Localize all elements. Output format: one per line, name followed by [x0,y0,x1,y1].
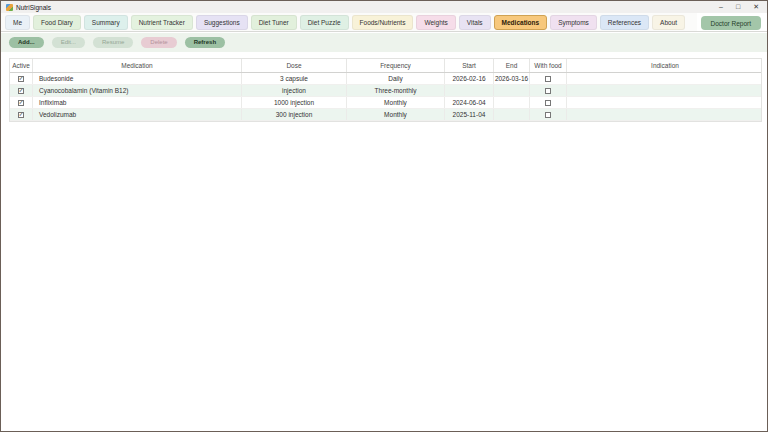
title-bar: NutriSignals – □ ✕ [1,1,767,13]
tab-medications[interactable]: Medications [494,15,548,30]
cell-active: ✓ [10,85,33,96]
cell-frequency: Daily [347,73,445,84]
cell-start [445,85,494,96]
cell-indication [567,73,763,84]
tab-about[interactable]: About [652,15,685,30]
maximize-button[interactable]: □ [736,1,740,13]
cell-with-food [530,85,567,96]
tab-references[interactable]: References [600,15,649,30]
cell-with-food [530,73,567,84]
cell-indication [567,109,763,120]
cell-end [494,109,530,120]
column-header-dose[interactable]: Dose [242,59,347,72]
cell-end: 2026-03-16 [494,73,530,84]
table-row[interactable]: ✓Budesonide3 capsuleDaily2026-02-162026-… [10,73,761,85]
table-body: ✓Budesonide3 capsuleDaily2026-02-162026-… [10,73,761,121]
cell-indication [567,97,763,108]
cell-end [494,97,530,108]
cell-frequency: Three-monthly [347,85,445,96]
medications-table: ActiveMedicationDoseFrequencyStartEndWit… [9,58,762,122]
tab-food-diary[interactable]: Food Diary [33,15,81,30]
cell-active: ✓ [10,73,33,84]
app-window: NutriSignals – □ ✕ MeFood DiarySummaryNu… [0,0,768,432]
cell-medication: Infliximab [33,97,242,108]
tab-diet-puzzle[interactable]: Diet Puzzle [300,15,349,30]
cell-dose: injection [242,85,347,96]
cell-active: ✓ [10,97,33,108]
tab-nutrient-tracker[interactable]: Nutrient Tracker [131,15,193,30]
add-button[interactable]: Add... [9,37,44,48]
window-controls: – □ ✕ [719,1,762,13]
column-header-with-food[interactable]: With food [530,59,567,72]
doctor-report-button[interactable]: Doctor Report [701,16,761,30]
cell-frequency: Monthly [347,97,445,108]
cell-start: 2024-06-04 [445,97,494,108]
column-header-active[interactable]: Active [10,59,33,72]
window-title: NutriSignals [16,4,51,11]
refresh-button[interactable]: Refresh [185,37,225,48]
active-checkbox[interactable]: ✓ [18,76,24,82]
edit-button[interactable]: Edit... [52,37,85,48]
cell-medication: Budesonide [33,73,242,84]
app-icon [6,4,13,11]
with-food-checkbox[interactable] [545,112,551,118]
cell-medication: Vedolizumab [33,109,242,120]
cell-dose: 300 injection [242,109,347,120]
cell-dose: 3 capsule [242,73,347,84]
tab-diet-tuner[interactable]: Diet Tuner [251,15,297,30]
active-checkbox[interactable]: ✓ [18,112,24,118]
column-header-frequency[interactable]: Frequency [347,59,445,72]
with-food-checkbox[interactable] [545,100,551,106]
cell-with-food [530,109,567,120]
tab-vitals[interactable]: Vitals [459,15,491,30]
column-header-start[interactable]: Start [445,59,494,72]
cell-active: ✓ [10,109,33,120]
tab-suggestions[interactable]: Suggestions [196,15,248,30]
tab-symptoms[interactable]: Symptoms [550,15,597,30]
tab-strip-divider [1,31,767,32]
cell-start: 2025-11-04 [445,109,494,120]
column-header-medication[interactable]: Medication [33,59,242,72]
column-header-indication[interactable]: Indication [567,59,763,72]
tab-me[interactable]: Me [5,15,30,30]
cell-indication [567,85,763,96]
cell-frequency: Monthly [347,109,445,120]
cell-dose: 1000 injection [242,97,347,108]
tab-strip: MeFood DiarySummaryNutrient TrackerSugge… [1,13,697,32]
cell-with-food [530,97,567,108]
tab-foods-nutrients[interactable]: Foods/Nutrients [352,15,414,30]
column-header-end[interactable]: End [494,59,530,72]
active-checkbox[interactable]: ✓ [18,88,24,94]
toolbar: Add...Edit...ResumeDeleteRefresh [1,33,767,52]
table-row[interactable]: ✓Infliximab1000 injectionMonthly2024-06-… [10,97,761,109]
tab-summary[interactable]: Summary [84,15,128,30]
cell-medication: Cyanocobalamin (Vitamin B12) [33,85,242,96]
tab-weights[interactable]: Weights [416,15,455,30]
minimize-button[interactable]: – [719,1,723,13]
table-row[interactable]: ✓Vedolizumab300 injectionMonthly2025-11-… [10,109,761,121]
table-row[interactable]: ✓Cyanocobalamin (Vitamin B12)injectionTh… [10,85,761,97]
with-food-checkbox[interactable] [545,88,551,94]
cell-start: 2026-02-16 [445,73,494,84]
resume-button[interactable]: Resume [93,37,133,48]
with-food-checkbox[interactable] [545,76,551,82]
delete-button[interactable]: Delete [141,37,176,48]
table-header: ActiveMedicationDoseFrequencyStartEndWit… [10,59,761,73]
close-button[interactable]: ✕ [753,1,759,13]
cell-end [494,85,530,96]
active-checkbox[interactable]: ✓ [18,100,24,106]
